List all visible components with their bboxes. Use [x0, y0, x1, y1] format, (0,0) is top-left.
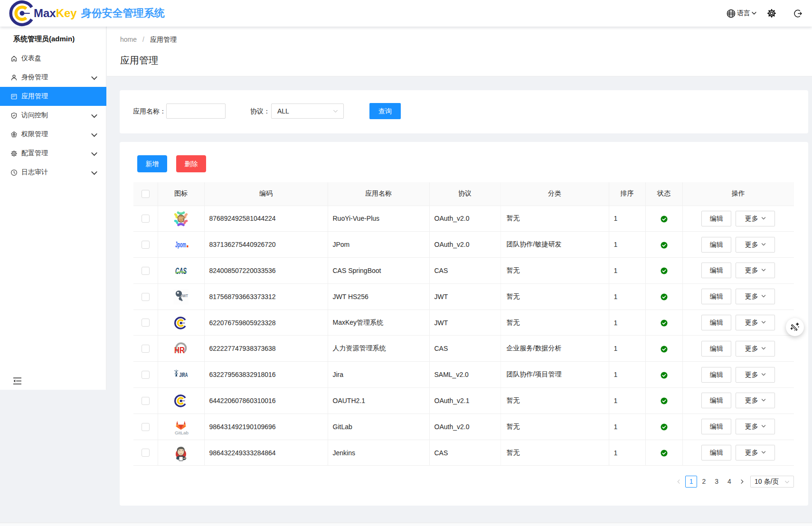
svg-text:JWT: JWT	[180, 292, 188, 298]
svg-text:JIRA: JIRA	[179, 371, 188, 378]
svg-text:HR: HR	[174, 345, 185, 355]
svg-text:CAS: CAS	[175, 266, 187, 275]
svg-text:Jpom: Jpom	[175, 241, 186, 249]
svg-text:GitLab: GitLab	[175, 430, 189, 435]
